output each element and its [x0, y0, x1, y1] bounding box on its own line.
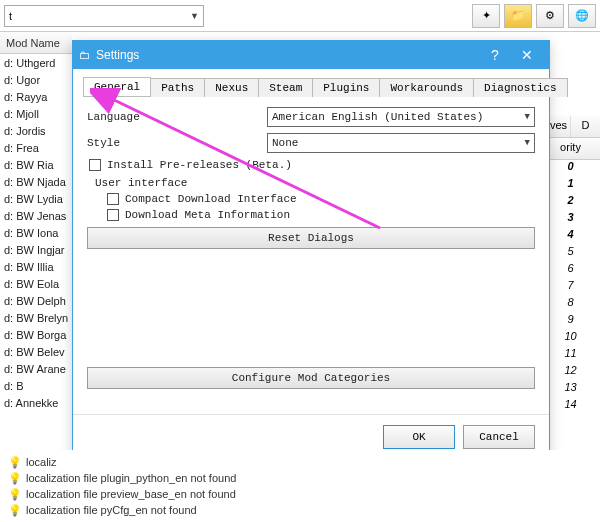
chevron-down-icon: ▼: [525, 138, 530, 148]
list-item[interactable]: d: BW Delph: [0, 292, 74, 309]
language-select[interactable]: American English (United States) ▼: [267, 107, 535, 127]
main-toolbar: t ▼ ✦ 📁 ⚙ 🌐: [0, 0, 600, 32]
log-line: 💡localization file pyCfg_en not found: [8, 502, 592, 518]
dialog-content: Language American English (United States…: [73, 97, 549, 414]
download-meta-label: Download Meta Information: [125, 209, 290, 221]
list-item[interactable]: d: BW Ingjar: [0, 241, 74, 258]
mod-list: d: Uthgerd d: Ugor d: Rayya d: Mjoll d: …: [0, 54, 74, 411]
toolbar-folder-button[interactable]: 📁: [504, 4, 532, 28]
bulb-icon: 💡: [8, 488, 22, 501]
bulb-icon: 💡: [8, 456, 22, 469]
chevron-down-icon: ▼: [525, 112, 530, 122]
language-value: American English (United States): [272, 111, 483, 123]
compact-download-checkbox[interactable]: Compact Download Interface: [105, 193, 535, 205]
list-item[interactable]: d: Annekke: [0, 394, 74, 411]
tab-general[interactable]: General: [83, 77, 151, 96]
list-item[interactable]: d: BW Borga: [0, 326, 74, 343]
list-item[interactable]: d: BW Jenas: [0, 207, 74, 224]
list-item[interactable]: d: Uthgerd: [0, 54, 74, 71]
list-item[interactable]: d: BW Illia: [0, 258, 74, 275]
language-label: Language: [87, 111, 267, 123]
ok-button[interactable]: OK: [383, 425, 455, 449]
list-item[interactable]: d: Mjoll: [0, 105, 74, 122]
download-meta-checkbox[interactable]: Download Meta Information: [105, 209, 535, 221]
list-item[interactable]: d: BW Brelyn: [0, 309, 74, 326]
gear-icon: ⚙: [545, 9, 555, 22]
list-item[interactable]: d: Rayya: [0, 88, 74, 105]
close-icon: ✕: [521, 47, 533, 63]
toolbar-globe-button[interactable]: 🌐: [568, 4, 596, 28]
list-item[interactable]: d: BW Belev: [0, 343, 74, 360]
column-header-mod-name[interactable]: Mod Name: [0, 32, 72, 54]
close-button[interactable]: ✕: [511, 41, 543, 69]
list-item[interactable]: d: BW Ria: [0, 156, 74, 173]
profile-combo-value: t: [9, 10, 12, 22]
tab-diagnostics[interactable]: Diagnostics: [473, 78, 568, 97]
wand-icon: ✦: [482, 9, 491, 22]
settings-dialog: 🗀 Settings ? ✕ General Paths Nexus Steam…: [72, 40, 550, 460]
list-item[interactable]: d: B: [0, 377, 74, 394]
style-label: Style: [87, 137, 267, 149]
dialog-title: Settings: [96, 48, 479, 62]
profile-combo[interactable]: t ▼: [4, 5, 204, 27]
list-item[interactable]: d: Frea: [0, 139, 74, 156]
tab-workarounds[interactable]: Workarounds: [379, 78, 474, 97]
cancel-button[interactable]: Cancel: [463, 425, 535, 449]
folder-icon: 🗀: [79, 49, 90, 61]
checkbox-icon: [107, 193, 119, 205]
log-line: 💡localization file plugin_python_en not …: [8, 470, 592, 486]
column-header-d[interactable]: D: [570, 116, 600, 137]
checkbox-icon: [107, 209, 119, 221]
compact-download-label: Compact Download Interface: [125, 193, 297, 205]
chevron-down-icon: ▼: [190, 11, 199, 21]
log-panel: 💡localiz 💡localization file plugin_pytho…: [0, 450, 600, 522]
column-header-label: Mod Name: [6, 37, 60, 49]
help-button[interactable]: ?: [479, 41, 511, 69]
log-line: 💡localiz: [8, 454, 592, 470]
style-select[interactable]: None ▼: [267, 133, 535, 153]
toolbar-wand-button[interactable]: ✦: [472, 4, 500, 28]
folder-open-icon: 📁: [511, 9, 525, 22]
toolbar-gear-button[interactable]: ⚙: [536, 4, 564, 28]
tab-plugins[interactable]: Plugins: [312, 78, 380, 97]
install-prerelease-label: Install Pre-releases (Beta.): [107, 159, 292, 171]
list-item[interactable]: d: BW Eola: [0, 275, 74, 292]
configure-categories-button[interactable]: Configure Mod Categories: [87, 367, 535, 389]
reset-dialogs-button[interactable]: Reset Dialogs: [87, 227, 535, 249]
list-item[interactable]: d: BW Njada: [0, 173, 74, 190]
log-line: 💡localization file preview_base_en not f…: [8, 486, 592, 502]
bulb-icon: 💡: [8, 504, 22, 517]
list-item[interactable]: d: BW Iona: [0, 224, 74, 241]
list-item[interactable]: d: Ugor: [0, 71, 74, 88]
style-value: None: [272, 137, 298, 149]
tab-nexus[interactable]: Nexus: [204, 78, 259, 97]
tab-steam[interactable]: Steam: [258, 78, 313, 97]
tab-bar: General Paths Nexus Steam Plugins Workar…: [83, 77, 539, 97]
dialog-titlebar[interactable]: 🗀 Settings ? ✕: [73, 41, 549, 69]
list-item[interactable]: d: BW Arane: [0, 360, 74, 377]
user-interface-label: User interface: [95, 177, 535, 189]
help-icon: ?: [491, 47, 499, 63]
bulb-icon: 💡: [8, 472, 22, 485]
install-prerelease-checkbox[interactable]: Install Pre-releases (Beta.): [87, 159, 535, 171]
checkbox-icon: [89, 159, 101, 171]
tab-paths[interactable]: Paths: [150, 78, 205, 97]
list-item[interactable]: d: BW Lydia: [0, 190, 74, 207]
list-item[interactable]: d: Jordis: [0, 122, 74, 139]
globe-icon: 🌐: [575, 9, 589, 22]
